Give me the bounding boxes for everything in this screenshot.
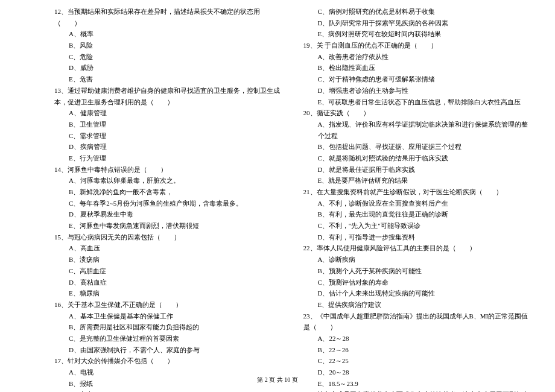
page-footer: 第 2 页 共 10 页 [0,375,555,385]
question-text: 24、某家庭成员因负责供养家庭而成为家庭的决策者，这个家庭属于下列权力结构中的（… [303,389,531,392]
option: B、22～26 [303,344,531,356]
option: B、检出隐性高血压 [303,62,531,74]
question-text: 16、关于基本卫生保健,不正确的是（ ） [54,299,282,311]
question-text: 22、率体人民使用健康风险评估工具的主要目的是（ ） [303,242,531,254]
question-text: 17、针对大众的传播媒介不包括（ ） [54,355,282,367]
question-24: 24、某家庭成员因负责供养家庭而成为家庭的决策者，这个家庭属于下列权力结构中的（… [303,389,531,392]
option: B、新鲜洗净的鱼肉一般不含毒素， [54,186,282,198]
option: C、病例对照研究的优点是材料易于收集 [303,6,531,17]
option: A、指发现、评价和应有科学证据制定临床决策和进行保健系统管理的整个过程 [303,119,531,141]
option: E、行为管理 [54,153,282,164]
option: E、河豚鱼中毒发病急速而剧烈，潜伏期很短 [54,220,282,232]
option: E、就是要严格评估研究的结果 [303,175,531,186]
option: C、危险 [54,51,282,63]
question-14: 14、河豚鱼中毒特点错误的是（ ） A、河豚毒素以卵巢最毒，肝脏次之。 B、新鲜… [54,164,282,232]
question-18-continued: C、病例对照研究的优点是材料易于收集 D、队列研究常用于探索罕见疾病的各种因素 … [303,6,531,40]
option: D、估计个人未来出现特定疾病的可能性 [303,288,531,299]
option: E、糖尿病 [54,288,282,299]
option: C、是完整的卫生保健过程的首要因素 [54,333,282,344]
question-text: 13、通过帮助健康消费者维护自身的健康和寻找适宜的卫生服务，控制卫生成本，促进卫… [54,85,282,107]
option: B、预测个人死于某种疾病的可能性 [303,265,531,277]
option: C、高胆血症 [54,265,282,277]
option: C、22～25 [303,355,531,367]
question-text: 12、当预期结果和实际结果存在差异时，描述结果损失不确定的状态用（ ） [54,6,282,28]
option: E、危害 [54,74,282,85]
question-13: 13、通过帮助健康消费者维护自身的健康和寻找适宜的卫生服务，控制卫生成本，促进卫… [54,85,282,164]
option: B、有利，最先出现的直觉往往是正确的诊断 [303,209,531,220]
option: D、高粘血症 [54,277,282,288]
option: A、健康管理 [54,107,282,119]
option: C、预测评估对象的寿命 [303,277,531,288]
left-column: 12、当预期结果和实际结果存在差异时，描述结果损失不确定的状态用（ ） A、概率… [54,6,282,392]
option: D、威胁 [54,62,282,74]
option: E、可获取患者日常生活状态下的血压信息，帮助排除白大衣性高血压 [303,96,531,108]
right-column: C、病例对照研究的优点是材料易于收集 D、队列研究常用于探索罕见疾病的各种因素 … [303,6,531,392]
question-20: 20、循证实践（ ） A、指发现、评价和应有科学证据制定临床决策和进行保健系统管… [303,107,531,186]
option: A、基本卫生保健是基本的保健工作 [54,311,282,322]
option: C、每年春季2~5月份为河豚鱼的生殖产卵期，含毒素最多。 [54,198,282,209]
option: C、需求管理 [54,130,282,142]
option: A、诊断疾病 [303,254,531,265]
option: E、病例对照研究可在较短时间内获得结果 [303,28,531,40]
option: A、河豚毒素以卵巢最毒，肝脏次之。 [54,175,282,186]
question-text: 21、在大量搜集资料前就产生诊断假设，对于医生论断疾病（ ） [303,186,531,198]
option: A、高血压 [54,242,282,254]
option: B、风险 [54,40,282,51]
option: D、有利，可指导进一步搜集资料 [303,232,531,243]
question-16: 16、关于基本卫生保健,不正确的是（ ） A、基本卫生保健是基本的保健工作 B、… [54,299,282,355]
option: B、卫生管理 [54,119,282,130]
option: B、所需费用是社区和国家有能力负担得起的 [54,321,282,333]
option: C、不利，"先入为主"可能导致误诊 [303,220,531,232]
option: D、就是将最佳证据用于临床实践 [303,164,531,175]
option: C、就是将随机对照试验的结果用于临床实践 [303,153,531,164]
option: D、由国家强制执行，不需个人、家庭的参与 [54,344,282,356]
option: D、疾病管理 [54,141,282,153]
question-12: 12、当预期结果和实际结果存在差异时，描述结果损失不确定的状态用（ ） A、概率… [54,6,282,85]
option: D、夏秋季易发生中毒 [54,209,282,220]
option: D、增强患者诊治的主动参与性 [303,85,531,96]
option: B、溃疡病 [54,254,282,265]
option: C、杂志 [54,389,282,392]
option: D、队列研究常用于探索罕见疾病的各种因素 [303,17,531,29]
option: A、不利，诊断假设应在全面搜查资料后产生 [303,198,531,209]
question-text: 15、与冠心病病因无关的因素包括（ ） [54,232,282,243]
question-19: 19、关 于自测血压的优点不正确的是（ ） A、改善患者治疗依从性 B、检出隐性… [303,40,531,107]
question-17: 17、针对大众的传播媒介不包括（ ） A、电视 B、报纸 C、杂志 D、讲课 E… [54,355,282,392]
option: A、改善患者治疗依从性 [303,51,531,63]
option: B、包括提出问题、寻找证据、应用证据三个过程 [303,141,531,153]
question-22: 22、率体人民使用健康风险评估工具的主要目的是（ ） A、诊断疾病 B、预测个人… [303,242,531,310]
question-text: 23、《中国成年人超重肥胖防治指南》提出的我国成年人B、MI的正常范围值是（ ） [303,311,531,333]
option: A、概率 [54,28,282,40]
option: E、提供疾病治疗建议 [303,299,531,311]
option: C、对于精神焦虑的患者可缓解紧张情绪 [303,74,531,85]
option: A、22～28 [303,333,531,344]
question-21: 21、在大量搜集资料前就产生诊断假设，对于医生论断疾病（ ） A、不利，诊断假设… [303,186,531,242]
question-15: 15、与冠心病病因无关的因素包括（ ） A、高血压 B、溃疡病 C、高胆血症 D… [54,232,282,299]
question-text: 19、关 于自测血压的优点不正确的是（ ） [303,40,531,51]
question-text: 14、河豚鱼中毒特点错误的是（ ） [54,164,282,175]
question-text: 20、循证实践（ ） [303,107,531,119]
exam-page: 12、当预期结果和实际结果存在差异时，描述结果损失不确定的状态用（ ） A、概率… [0,0,555,392]
